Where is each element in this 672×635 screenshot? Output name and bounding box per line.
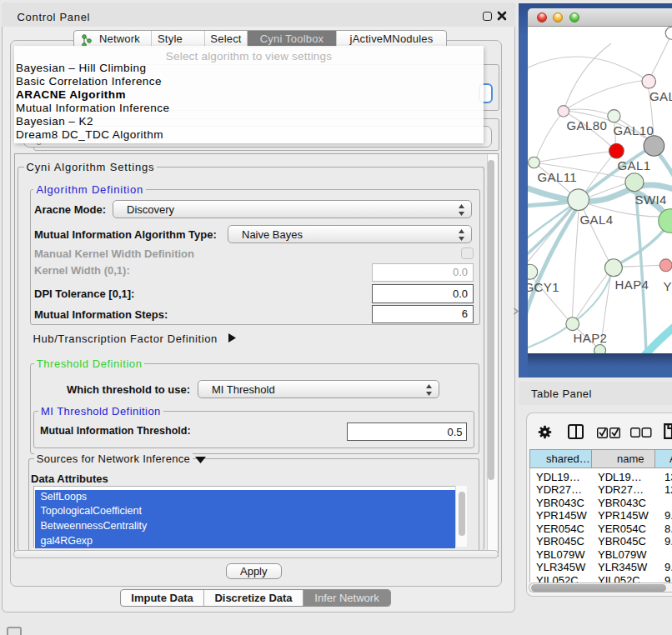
svg-text:GAL11: GAL11 (538, 170, 578, 184)
svg-text:GAL10: GAL10 (614, 123, 654, 138)
svg-text:GAL2: GAL2 (649, 89, 672, 103)
svg-text:YJ: YJ (664, 279, 672, 293)
svg-text:GAL4: GAL4 (580, 212, 614, 227)
svg-text:GAL1: GAL1 (618, 158, 651, 172)
svg-text:HAP4: HAP4 (615, 278, 649, 292)
svg-text:GCY1: GCY1 (528, 280, 559, 294)
svg-text:HAP2: HAP2 (574, 331, 608, 345)
svg-text:SWI4: SWI4 (635, 192, 667, 207)
svg-text:GAL80: GAL80 (567, 118, 608, 132)
